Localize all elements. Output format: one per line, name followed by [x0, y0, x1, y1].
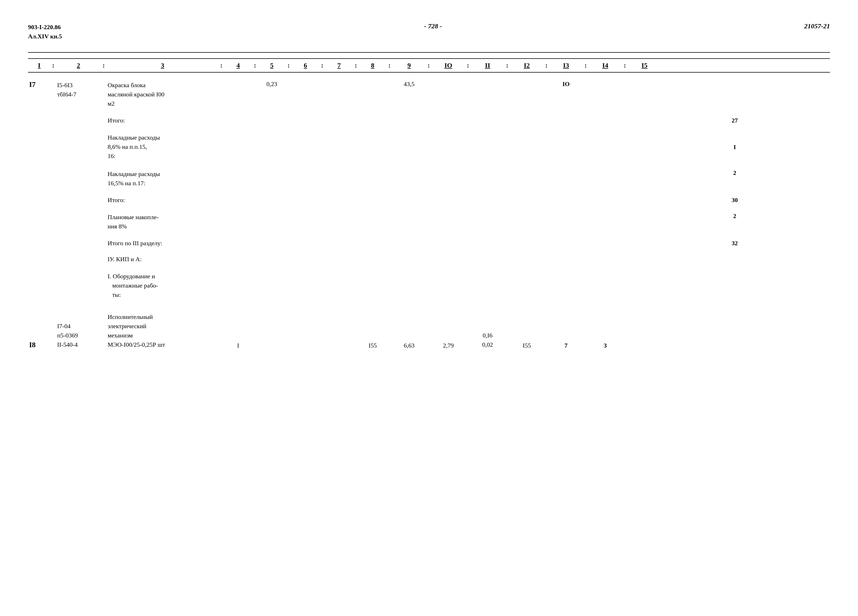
- table-row-18: I8 I7-04 п5-0369 II-540-4 Исполнительный…: [28, 310, 830, 352]
- row-17-col10: [432, 80, 465, 81]
- col-header-12: I2: [510, 62, 544, 69]
- row-17-col4: [224, 80, 252, 81]
- row-17-col14: [588, 80, 622, 81]
- col-header-3: 3: [106, 62, 219, 69]
- sep11: :: [504, 62, 510, 69]
- header-divider: [28, 52, 830, 53]
- table-row-nakl1: Накладные расходы8,6% на п.п.15,16: I: [28, 131, 830, 163]
- row-18-col15: [628, 348, 661, 350]
- row-17-col8: [359, 80, 387, 81]
- row-18-col2: I7-04 п5-0369 II-540-4: [56, 321, 101, 350]
- row-17-col7: [325, 80, 353, 81]
- row-18-col4: I: [224, 341, 252, 350]
- row-18-col3: ИсполнительныйэлектрическиймеханизмМЭО-I…: [106, 312, 219, 350]
- col-header-5: 5: [258, 62, 286, 69]
- sep14: :: [622, 62, 628, 69]
- col-header-7: 7: [325, 62, 353, 69]
- sep13: :: [583, 62, 588, 69]
- row-18-col8: I55: [359, 341, 387, 350]
- row-18-col7: [325, 348, 353, 350]
- row-itogo2-val: 30: [718, 196, 752, 204]
- col-header-9: 9: [392, 62, 426, 69]
- table-row-nakl2: Накладные расходы16,5% на п.17: 2: [28, 167, 830, 190]
- table-row-itogo2: Итого: 30: [28, 194, 830, 206]
- row-nakl2-val: 2: [718, 169, 752, 177]
- sep2: :: [101, 62, 106, 69]
- row-18-col12: I55: [510, 341, 544, 350]
- row-kip-label: IУ. КИП и А:: [106, 255, 219, 263]
- table-row-itogo1: Итого: 27: [28, 115, 830, 126]
- row-17-col6: [291, 80, 319, 81]
- row-17-col5: 0,23: [258, 80, 286, 88]
- row-itogo-iii-val: 32: [718, 239, 752, 247]
- page-number: - 728 -: [424, 22, 442, 30]
- col-header-13: I3: [549, 62, 583, 69]
- row-plan-label: Плановые накопле-ния 8%: [106, 212, 219, 232]
- row-17-col3: Окраска блокамасляной краской I00м2: [106, 80, 219, 109]
- table-row-plan: Плановые накопле-ния 8% 2: [28, 210, 830, 233]
- row-18-col13: 7: [549, 341, 583, 350]
- row-nakl1-label: Накладные расходы8,6% на п.п.15,16:: [106, 132, 219, 161]
- doc-number: 903-I-220.86: [28, 22, 62, 32]
- page-header: 903-I-220.86 Ал.XIV кн.5 - 728 - 21057-2…: [28, 22, 830, 41]
- row-18-col1: I8: [28, 340, 50, 350]
- col-header-6: 6: [291, 62, 319, 69]
- header-left: 903-I-220.86 Ал.XIV кн.5: [28, 22, 62, 41]
- table-row-17: I7 I5-6I3 тбI64-7 Окраска блокамасляной …: [28, 78, 830, 110]
- sep1: :: [50, 62, 56, 69]
- sep7: :: [353, 62, 359, 69]
- row-itogo1-val: 27: [718, 116, 752, 125]
- col-header-1: I: [28, 62, 50, 69]
- col-header-8: 8: [359, 62, 387, 69]
- sep8: :: [387, 62, 392, 69]
- col-header-10: IO: [432, 62, 465, 69]
- row-equip-label: I. Оборудование и монтажные рабо- ты:: [106, 271, 219, 300]
- table-row-equip-header: I. Оборудование и монтажные рабо- ты:: [28, 269, 830, 302]
- doc-chapter: Ал.XIV кн.5: [28, 32, 62, 41]
- sep12: :: [544, 62, 549, 69]
- row-nakl1-val: I: [718, 132, 752, 151]
- row-nakl2-label: Накладные расходы16,5% на п.17:: [106, 169, 219, 188]
- table-row-kip-header: IУ. КИП и А:: [28, 254, 830, 265]
- sep10: :: [465, 62, 471, 69]
- row-17-col11: [471, 80, 504, 81]
- row-18-col5: [258, 348, 286, 350]
- row-itogo-iii-label: Итого по III разделу:: [106, 239, 219, 247]
- main-table: I : 2 : 3 : 4 : 5 : 6 : 7 : 8 : 9 : IO :…: [28, 58, 830, 352]
- col-header-14: I4: [588, 62, 622, 69]
- row-17-col2: I5-6I3 тбI64-7: [56, 80, 101, 100]
- col-header-2: 2: [56, 62, 101, 69]
- col-header-11: II: [471, 62, 504, 69]
- sep4: :: [252, 62, 258, 69]
- row-17-col9: 43,5: [392, 80, 426, 88]
- sep9: :: [426, 62, 432, 69]
- table-row-itogo-iii: Итого по III разделу: 32: [28, 237, 830, 249]
- row-18-col9: 6,63: [392, 341, 426, 350]
- row-18-col11: 0,I60,02: [471, 330, 504, 350]
- row-17-col12: [510, 80, 544, 81]
- row-18-col10: 2,79: [432, 341, 465, 350]
- sep5: :: [286, 62, 291, 69]
- row-17-col15: [628, 80, 661, 81]
- row-itogo1-label: Итого:: [106, 116, 219, 125]
- col-header-4: 4: [224, 62, 252, 69]
- row-18-col6: [291, 348, 319, 350]
- row-18-col14: 3: [588, 341, 622, 350]
- row-17-col13: IO: [549, 80, 583, 88]
- row-itogo2-label: Итого:: [106, 196, 219, 204]
- sep3: :: [219, 62, 224, 69]
- row-17-col1: I7: [28, 80, 50, 89]
- row-plan-val: 2: [718, 212, 752, 220]
- sep6: :: [319, 62, 325, 69]
- table-header-row: I : 2 : 3 : 4 : 5 : 6 : 7 : 8 : 9 : IO :…: [28, 58, 830, 73]
- doc-code: 21057-21: [804, 22, 830, 30]
- col-header-15: I5: [628, 62, 661, 69]
